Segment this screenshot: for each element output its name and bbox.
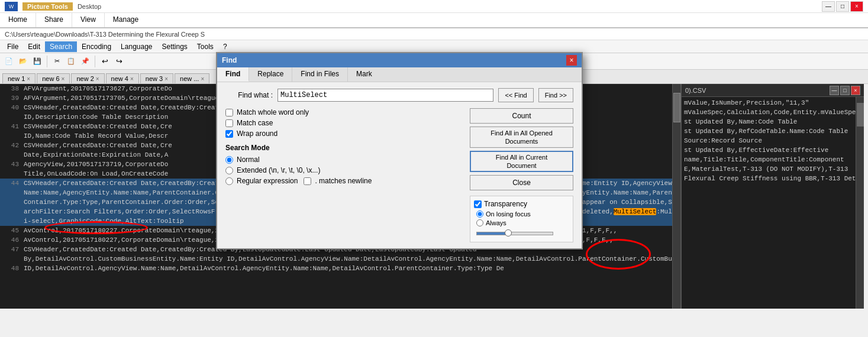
find-tab-replace[interactable]: Replace — [249, 67, 292, 82]
right-panel-filename: 0).CSV — [685, 87, 706, 94]
menu-tools[interactable]: Tools — [192, 41, 218, 52]
toolbar-redo[interactable]: ↪ — [112, 55, 125, 68]
line-num-39: 39 — [2, 93, 19, 103]
transparency-always: Always — [476, 219, 569, 226]
tab-new4[interactable]: new 4 × — [106, 73, 139, 83]
slider-track — [476, 232, 553, 235]
search-mode-regex: Regular expression . matches newline — [225, 177, 463, 185]
ribbon-tab-view[interactable]: View — [72, 13, 105, 27]
line-text-41: CSVHeader,CreatedDate:Created Date,Cre — [24, 122, 172, 131]
transparency-section: Transparency On losing focus Always — [470, 196, 573, 242]
menu-encoding[interactable]: Encoding — [77, 41, 116, 52]
line-num-42: 42 — [2, 141, 19, 150]
line-text-38: AFVArgument,20170517173627,CorporateDo — [24, 84, 172, 93]
search-mode-normal-radio[interactable] — [225, 156, 233, 164]
find-tab-mark[interactable]: Mark — [348, 67, 380, 82]
right-panel-content: mValue,IsNumber,Precision,"11,3" mValueS… — [682, 97, 864, 184]
find-what-input[interactable] — [277, 89, 493, 102]
transparency-checkbox[interactable] — [474, 200, 482, 208]
path-bar: C:\Users\rteague\Downloads\T-313 Determi… — [0, 28, 868, 40]
right-panel-maximize[interactable]: □ — [840, 86, 850, 95]
tab-new2-close[interactable]: × — [96, 76, 99, 82]
ribbon: Home Share View Manage — [0, 13, 868, 28]
match-whole-word-label: Match whole word only — [237, 108, 309, 116]
find-all-opened-btn[interactable]: Find All in All Opened Documents — [470, 127, 573, 148]
picture-tools-bar: W Picture Tools Desktop — □ × — [0, 0, 868, 13]
find-dialog-close-btn[interactable]: × — [566, 55, 577, 66]
vertical-scrollbar[interactable] — [672, 84, 680, 309]
minimize-btn[interactable]: — — [822, 1, 835, 12]
tab-new4-close[interactable]: × — [130, 76, 134, 82]
find-tab-find[interactable]: Find — [217, 67, 249, 82]
search-mode-regex-label: Regular expression — [237, 177, 298, 185]
tab-new6[interactable]: new 6 × — [37, 73, 70, 83]
tab-new2[interactable]: new 2 × — [71, 73, 104, 83]
restore-btn[interactable]: □ — [836, 1, 849, 12]
menu-file[interactable]: File — [2, 41, 23, 52]
matches-newline-checkbox[interactable] — [304, 177, 311, 185]
tab-new6-close[interactable]: × — [62, 76, 65, 82]
ribbon-tab-share[interactable]: Share — [36, 13, 72, 27]
find-dialog-title: Find — [222, 56, 237, 64]
tab-new3[interactable]: new 3 × — [140, 73, 173, 83]
search-mode-normal: Normal — [225, 155, 463, 164]
transparency-label: Transparency — [484, 200, 527, 208]
line-num-41: 41 — [2, 122, 19, 131]
toolbar-save[interactable]: 💾 — [31, 55, 44, 68]
match-whole-word-checkbox[interactable] — [225, 109, 233, 116]
find-body: Find what : << Find Find >> Match whole … — [217, 82, 582, 248]
tab-new3-close[interactable]: × — [164, 76, 168, 82]
menu-language[interactable]: Language — [116, 41, 157, 52]
find-prev-btn[interactable]: << Find — [498, 88, 533, 102]
file-path: C:\Users\rteague\Downloads\T-313 Determi… — [5, 31, 205, 38]
toolbar-open[interactable]: 📂 — [17, 55, 30, 68]
find-next-btn[interactable]: Find >> — [538, 88, 573, 102]
close-dialog-btn[interactable]: Close — [470, 175, 573, 190]
line-num-48: 48 — [2, 264, 19, 273]
right-panel-close[interactable]: × — [851, 86, 860, 95]
search-mode-regex-radio[interactable] — [225, 177, 233, 185]
ribbon-tab-manage[interactable]: Manage — [105, 13, 147, 27]
line-num-38: 38 — [2, 84, 19, 93]
menu-settings[interactable]: Settings — [157, 41, 192, 52]
close-btn[interactable]: × — [850, 1, 863, 12]
transparency-always-radio[interactable] — [476, 219, 483, 226]
find-all-current-btn[interactable]: Find All in Current Document — [470, 151, 573, 172]
search-mode-extended-radio[interactable] — [225, 167, 233, 174]
picture-tools-label: Picture Tools — [22, 2, 73, 11]
search-mode-extended-label: Extended (\n, \r, \t, \0, \x...) — [237, 166, 320, 174]
match-case-row: Match case — [225, 119, 463, 127]
toolbar-new[interactable]: 📄 — [2, 55, 15, 68]
ribbon-tab-home[interactable]: Home — [0, 13, 36, 27]
search-mode-normal-label: Normal — [237, 155, 260, 164]
count-btn[interactable]: Count — [470, 108, 573, 124]
toolbar-cut[interactable]: ✂ — [50, 55, 63, 68]
tab-more[interactable]: new ... × — [175, 73, 209, 83]
toolbar-paste[interactable]: 📌 — [79, 55, 92, 68]
menu-search[interactable]: Search — [45, 41, 77, 52]
wrap-around-checkbox[interactable] — [225, 130, 233, 138]
menu-help[interactable]: ? — [218, 41, 232, 52]
find-tab-find-in-files[interactable]: Find in Files — [292, 67, 348, 82]
transparency-slider-container — [476, 229, 553, 238]
tab-new1-close[interactable]: × — [27, 76, 30, 82]
right-panel-minimize[interactable]: — — [830, 86, 839, 95]
toolbar-undo[interactable]: ↩ — [98, 55, 111, 68]
transparency-on-focus-radio[interactable] — [476, 210, 483, 218]
search-mode-extended: Extended (\n, \r, \t, \0, \x...) — [225, 166, 463, 174]
tab-more-close[interactable]: × — [201, 76, 204, 82]
right-panel-scrollbar[interactable] — [856, 97, 864, 184]
right-scrollbar-thumb[interactable] — [857, 103, 864, 127]
match-case-checkbox[interactable] — [225, 119, 233, 127]
window-controls: — □ × — [822, 1, 863, 12]
slider-thumb[interactable] — [505, 229, 512, 236]
right-panel-titlebar: 0).CSV — □ × — [682, 84, 864, 97]
app-window: W Picture Tools Desktop — □ × Home Share… — [0, 0, 868, 337]
line-text-42: CSVHeader,CreatedDate:Created Date,Cre — [24, 141, 172, 150]
wrap-around-row: Wrap around — [225, 129, 463, 138]
toolbar-copy[interactable]: 📋 — [64, 55, 78, 68]
tab-new1[interactable]: new 1 × — [2, 73, 36, 83]
menu-edit[interactable]: Edit — [23, 41, 45, 52]
scrollbar-thumb[interactable] — [673, 93, 680, 122]
find-dialog-titlebar: Find × — [217, 53, 582, 67]
